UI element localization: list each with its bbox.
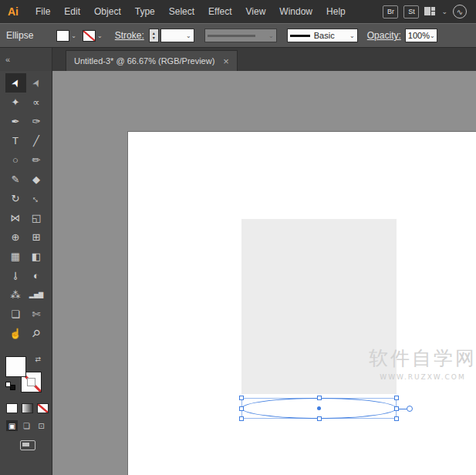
chevron-down-icon[interactable]: ⌄ bbox=[71, 32, 76, 39]
width-tool[interactable]: ⋈ bbox=[5, 208, 26, 227]
stroke-hole bbox=[27, 378, 35, 386]
column-graph-tool[interactable]: ▂▅▇ bbox=[26, 285, 47, 305]
menu-type[interactable]: Type bbox=[128, 0, 162, 23]
width-profile-dropdown: ⌄ bbox=[204, 29, 277, 42]
collapse-arrows-icon: « bbox=[5, 55, 10, 64]
adobe-stock-button[interactable]: St bbox=[403, 5, 419, 19]
opacity-field[interactable]: 100% ⌄ bbox=[405, 29, 437, 42]
opacity-panel-link[interactable]: Opacity: bbox=[367, 30, 401, 41]
hand-tool[interactable]: ☝ bbox=[5, 324, 26, 343]
close-tab-icon[interactable]: × bbox=[223, 56, 229, 66]
menu-help[interactable]: Help bbox=[319, 0, 353, 23]
shape-builder-tool[interactable]: ⊕ bbox=[5, 227, 26, 247]
workspace-switcher-icon[interactable] bbox=[424, 7, 436, 16]
pencil-tool-icon: ✎ bbox=[12, 173, 20, 185]
line-segment-tool[interactable]: ╱ bbox=[26, 131, 47, 150]
handle-mid-left[interactable] bbox=[239, 406, 244, 411]
type-tool[interactable]: T bbox=[5, 131, 26, 150]
type-tool-icon: T bbox=[12, 135, 19, 147]
canvas-area[interactable]: 软件自学网 WWW.RUZXW.COM bbox=[52, 71, 476, 475]
magic-wand-tool[interactable]: ✦ bbox=[5, 93, 26, 112]
menu-file[interactable]: File bbox=[29, 0, 57, 23]
handle-top-mid[interactable] bbox=[317, 396, 322, 400]
pen-tool[interactable]: ✒ bbox=[5, 112, 26, 131]
fill-swatch[interactable] bbox=[56, 30, 69, 42]
chevron-down-icon[interactable]: ⌄ bbox=[186, 32, 191, 39]
pencil-tool[interactable]: ✎ bbox=[5, 170, 26, 189]
slice-tool[interactable]: ✄ bbox=[26, 305, 47, 324]
mesh-tool-icon: ▦ bbox=[11, 251, 20, 262]
symbol-sprayer-tool[interactable]: ⁂ bbox=[5, 285, 26, 305]
document-tab-bar: « Untitled-3* @ 66.67% (RGB/Preview) × bbox=[0, 48, 476, 71]
menu-edit[interactable]: Edit bbox=[57, 0, 87, 23]
handle-mid-right[interactable] bbox=[394, 406, 399, 411]
rotation-handle[interactable] bbox=[407, 406, 413, 412]
gray-rectangle-object[interactable] bbox=[241, 219, 397, 394]
chevron-down-icon[interactable]: ⌄ bbox=[441, 8, 447, 15]
menu-select[interactable]: Select bbox=[162, 0, 201, 23]
menu-window[interactable]: Window bbox=[272, 0, 319, 23]
perspective-grid-tool-icon: ⊞ bbox=[32, 231, 41, 243]
gradient-button[interactable] bbox=[22, 403, 33, 413]
handle-top-right[interactable] bbox=[394, 396, 399, 400]
chevron-down-icon[interactable]: ⌄ bbox=[430, 32, 435, 39]
eraser-tool[interactable]: ◆ bbox=[26, 170, 47, 189]
draw-normal-button[interactable]: ▣ bbox=[6, 420, 18, 431]
mesh-tool[interactable]: ▦ bbox=[5, 247, 26, 266]
ellipse-center-point[interactable] bbox=[317, 406, 321, 410]
handle-bottom-right[interactable] bbox=[394, 416, 399, 421]
fill-proxy-swatch[interactable] bbox=[5, 356, 26, 377]
brush-definition-dropdown[interactable]: Basic ⌄ bbox=[287, 29, 358, 42]
chevron-down-icon[interactable]: ⌄ bbox=[97, 32, 103, 39]
tools-panel-collapse-button[interactable]: « bbox=[0, 48, 52, 71]
ellipse-tool[interactable]: ○ bbox=[5, 150, 26, 170]
go-to-bridge-button[interactable]: Br bbox=[383, 5, 398, 19]
main-area: ➤ ➤ ✦ ∝ ✒ ✑ T ╱ ○ ✏ ✎ ◆ ↻ ↔ ⋈ ◱ ⊕ ⊞ ▦ ◧ bbox=[0, 71, 476, 475]
selected-ellipse-group[interactable] bbox=[241, 398, 397, 419]
zoom-tool[interactable]: ⚲ bbox=[26, 324, 47, 343]
color-button[interactable] bbox=[6, 403, 18, 413]
curvature-tool[interactable]: ✑ bbox=[26, 112, 47, 131]
none-button[interactable] bbox=[37, 403, 49, 413]
menu-view[interactable]: View bbox=[239, 0, 273, 23]
handle-top-left[interactable] bbox=[239, 396, 244, 400]
paintbrush-tool-icon: ✏ bbox=[32, 154, 41, 166]
stroke-swatch-none[interactable] bbox=[83, 30, 96, 42]
paintbrush-tool[interactable]: ✏ bbox=[26, 150, 47, 170]
menu-effect[interactable]: Effect bbox=[201, 0, 238, 23]
artboard-tool[interactable]: ❏ bbox=[5, 305, 26, 324]
stroke-weight-stepper[interactable]: ▴ ▾ bbox=[149, 29, 159, 42]
change-screen-mode-button[interactable] bbox=[20, 440, 35, 450]
perspective-grid-tool[interactable]: ⊞ bbox=[26, 227, 47, 247]
draw-inside-button[interactable]: ⊡ bbox=[35, 420, 47, 431]
blend-tool[interactable]: ◐ bbox=[26, 266, 47, 285]
direct-selection-tool[interactable]: ➤ bbox=[26, 73, 47, 93]
eyedropper-tool[interactable]: ⊸ bbox=[5, 266, 26, 285]
ellipse-tool-icon: ○ bbox=[12, 154, 19, 166]
swap-fill-stroke-icon[interactable]: ⇄ bbox=[35, 355, 41, 363]
default-fill-stroke-icon[interactable] bbox=[5, 382, 15, 390]
rotate-tool[interactable]: ↻ bbox=[5, 189, 26, 208]
document-tab[interactable]: Untitled-3* @ 66.67% (RGB/Preview) × bbox=[66, 50, 238, 71]
stroke-color-control[interactable]: ⌄ bbox=[83, 30, 103, 42]
brush-name: Basic bbox=[314, 31, 335, 40]
handle-bottom-mid[interactable] bbox=[317, 416, 322, 421]
gradient-tool[interactable]: ◧ bbox=[26, 247, 47, 266]
stepper-down-icon[interactable]: ▾ bbox=[153, 35, 155, 40]
illustrator-window: Ai File Edit Object Type Select Effect V… bbox=[0, 0, 476, 475]
stroke-panel-link[interactable]: Stroke: bbox=[115, 30, 144, 41]
handle-bottom-left[interactable] bbox=[239, 416, 244, 421]
lasso-tool[interactable]: ∝ bbox=[26, 93, 47, 112]
draw-behind-button[interactable]: ❏ bbox=[21, 420, 32, 431]
menu-object[interactable]: Object bbox=[87, 0, 128, 23]
fill-color-control[interactable]: ⌄ bbox=[56, 30, 76, 42]
gradient-tool-icon: ◧ bbox=[32, 251, 41, 262]
scale-tool[interactable]: ↔ bbox=[26, 189, 47, 208]
selection-tool[interactable]: ➤ bbox=[5, 73, 26, 93]
creative-cloud-sync-icon[interactable]: ∿ bbox=[453, 5, 467, 19]
symbol-sprayer-tool-icon: ⁂ bbox=[11, 289, 21, 301]
free-transform-tool[interactable]: ◱ bbox=[26, 208, 47, 227]
line-segment-tool-icon: ╱ bbox=[33, 135, 39, 147]
chevron-down-icon[interactable]: ⌄ bbox=[349, 32, 355, 39]
stroke-weight-field[interactable]: ⌄ bbox=[160, 29, 194, 42]
